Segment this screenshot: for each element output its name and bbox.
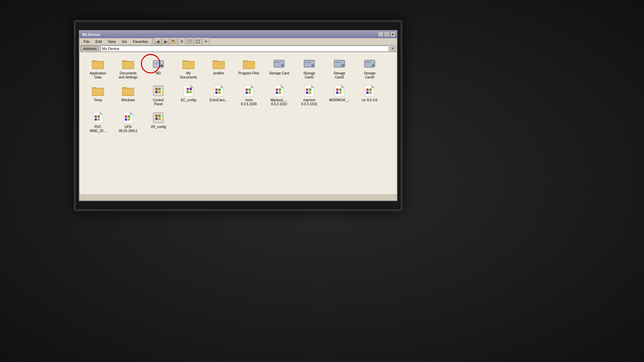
folder-icon xyxy=(213,58,225,70)
icon-label: EC_config xyxy=(181,98,196,102)
svg-rect-48 xyxy=(92,88,104,95)
icon-mcm[interactable]: mcm8.0.5.1030 xyxy=(234,82,264,109)
menu-toolbar-sep xyxy=(152,38,153,45)
icon-application-data[interactable]: ApplicationData xyxy=(83,56,113,82)
svg-rect-8 xyxy=(198,42,200,44)
svg-marker-65 xyxy=(221,85,223,88)
svg-point-36 xyxy=(311,64,314,67)
svg-rect-85 xyxy=(309,88,311,91)
icon-echocanc[interactable]: EchoCanc... xyxy=(204,82,234,109)
menu-go[interactable]: Go xyxy=(119,39,129,44)
icon-my-documents[interactable]: MyDocuments xyxy=(173,56,204,82)
back-button[interactable]: ◀ xyxy=(154,38,161,45)
close-button[interactable]: ✕ xyxy=(390,32,395,37)
icon-mgripod[interactable]: MgrIpod_...8.0.3.1010 xyxy=(264,82,294,109)
icon-control-panel[interactable]: ControlPanel xyxy=(143,82,173,109)
menu-edit[interactable]: Edit xyxy=(93,39,105,44)
icon-label: Documentsand Settings xyxy=(119,71,138,79)
svg-rect-73 xyxy=(249,88,251,91)
svg-marker-59 xyxy=(191,85,193,88)
svg-rect-72 xyxy=(246,88,248,91)
svg-rect-6 xyxy=(198,40,200,41)
icon-label: mgrncm8.0.3.1010 xyxy=(301,98,317,106)
svg-marker-95 xyxy=(372,85,374,88)
svg-marker-77 xyxy=(281,85,284,88)
icon-upg[interactable]: UPG08.20.18411 xyxy=(113,109,143,136)
svg-rect-45 xyxy=(366,62,371,63)
icon-windows[interactable]: Windows xyxy=(113,82,143,109)
drive-icon xyxy=(333,58,345,70)
icon-storage-card[interactable]: Storage Card xyxy=(264,56,294,82)
folder-icon xyxy=(243,58,255,70)
folder-icon xyxy=(122,85,134,97)
svg-rect-78 xyxy=(276,88,278,91)
status-bar xyxy=(79,194,397,200)
svg-rect-92 xyxy=(336,92,338,94)
icon-storage-card2[interactable]: StorageCard2 xyxy=(294,56,324,82)
svg-point-18 xyxy=(161,65,162,66)
icon-ec-config[interactable]: EC_config xyxy=(173,82,204,109)
menu-view[interactable]: View xyxy=(105,39,119,44)
content-area: ApplicationData Documentsand Settings xyxy=(79,52,397,194)
icon-label: StorageCard3 xyxy=(333,71,345,79)
svg-rect-4 xyxy=(189,42,191,42)
svg-rect-93 xyxy=(339,92,341,94)
folder-icon xyxy=(182,58,195,70)
svg-rect-110 xyxy=(125,118,127,121)
icon-storage-card3[interactable]: StorageCard3 xyxy=(324,56,355,82)
icon-label: Program Files xyxy=(238,71,259,75)
view-dropdown[interactable]: ▾ xyxy=(202,38,210,45)
svg-rect-104 xyxy=(95,118,97,121)
menu-file[interactable]: File xyxy=(81,39,92,44)
forward-button[interactable]: ▶ xyxy=(162,38,169,45)
icon-rvc-wnd[interactable]: RVCWND_20... xyxy=(83,109,113,136)
icon-program-files[interactable]: Program Files xyxy=(234,56,264,82)
svg-rect-103 xyxy=(98,115,100,118)
properties-button[interactable] xyxy=(186,38,194,45)
svg-rect-23 xyxy=(183,62,194,68)
icon-documents-settings[interactable]: Documentsand Settings xyxy=(113,56,143,82)
icon-profiles[interactable]: profiles xyxy=(204,56,234,82)
icon-rvc[interactable]: rvc 8.0.3.E xyxy=(355,82,385,109)
svg-rect-29 xyxy=(243,62,255,68)
icon-storage-card4[interactable]: StorageCard4 xyxy=(355,56,385,82)
svg-rect-96 xyxy=(366,88,369,91)
menu-favorites[interactable]: Favorites xyxy=(130,39,151,44)
icon-label: Temp xyxy=(94,98,102,102)
address-dropdown[interactable]: ▾ xyxy=(390,46,395,52)
svg-rect-116 xyxy=(155,118,158,120)
icon-label: mcm8.0.5.1030 xyxy=(241,98,257,106)
maximize-button[interactable]: □ xyxy=(384,32,389,37)
file-icon xyxy=(333,85,345,97)
up-button[interactable] xyxy=(170,38,177,45)
svg-rect-56 xyxy=(155,91,158,93)
icon-label: ControlPanel xyxy=(153,98,164,106)
svg-rect-102 xyxy=(95,115,97,118)
address-label: Address xyxy=(81,46,99,52)
svg-rect-7 xyxy=(196,42,198,44)
svg-rect-81 xyxy=(279,92,281,94)
svg-rect-55 xyxy=(158,88,161,90)
icon-label: StorageCard4 xyxy=(364,71,375,79)
address-input[interactable]: My Device xyxy=(100,46,389,52)
delete-button[interactable]: ✕ xyxy=(178,38,185,45)
file-icon xyxy=(303,85,315,97)
svg-rect-87 xyxy=(309,92,311,94)
minimize-button[interactable]: _ xyxy=(378,32,383,37)
svg-rect-74 xyxy=(246,92,248,94)
svg-rect-117 xyxy=(158,118,161,120)
svg-rect-105 xyxy=(98,118,100,121)
view-button[interactable] xyxy=(194,38,202,45)
file-icon xyxy=(122,112,134,124)
svg-point-40 xyxy=(341,64,344,67)
icon-label: rvc 8.0.3.E xyxy=(362,98,378,102)
icon-mgrncm[interactable]: mgrncm8.0.3.1010 xyxy=(294,82,324,109)
icon-temp[interactable]: Temp xyxy=(83,82,113,109)
icon-vr-config[interactable]: VR_config xyxy=(143,109,173,136)
icon-label: MgrIpod_...8.0.3.1010 xyxy=(271,98,288,106)
control-panel-icon xyxy=(152,112,164,124)
svg-rect-114 xyxy=(155,115,158,117)
icon-md[interactable]: MD xyxy=(143,56,173,82)
icon-mgrmcm[interactable]: MGRMCM_... xyxy=(324,82,355,109)
svg-rect-90 xyxy=(336,88,338,91)
